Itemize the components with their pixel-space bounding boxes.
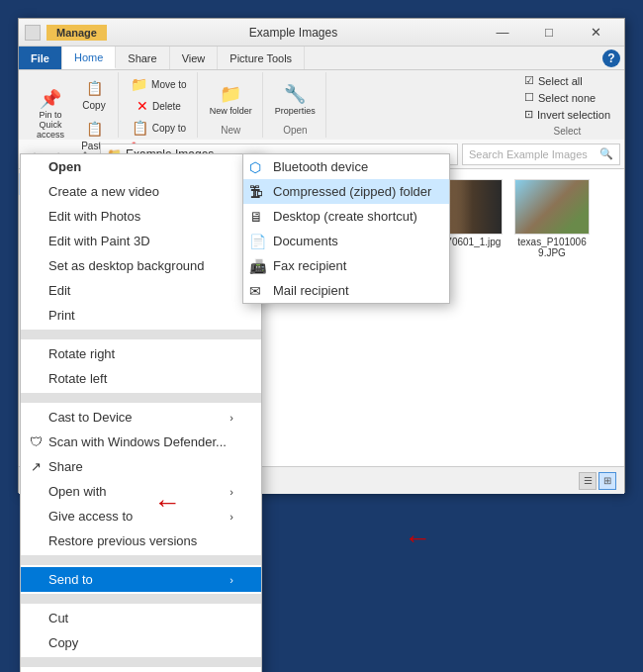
- delete-icon: ✕: [137, 98, 148, 114]
- menu-restore[interactable]: Restore previous versions: [21, 528, 261, 553]
- context-menu: Open Create a new video Edit with Photos…: [20, 153, 262, 672]
- clipboard-group: 📌 Pin to Quick access 📋 Copy 📋 Paste Cli…: [21, 72, 119, 138]
- submenu-fax[interactable]: 📠 Fax recipient: [243, 253, 449, 278]
- title-controls: — □ ✕: [480, 19, 618, 47]
- menu-open-with[interactable]: Open with›: [21, 479, 261, 504]
- mail-icon: ✉: [249, 283, 261, 299]
- red-arrow-send-to: ←: [153, 487, 181, 519]
- select-none-label: Select none: [538, 92, 596, 104]
- search-bar[interactable]: Search Example Images 🔍: [462, 144, 620, 165]
- copy-button[interactable]: 📋 Copy: [76, 74, 112, 113]
- tab-file[interactable]: File: [19, 47, 62, 69]
- close-button[interactable]: ✕: [573, 19, 618, 47]
- menu-rotate-right[interactable]: Rotate right: [21, 341, 261, 366]
- select-all-button[interactable]: ☑ Select all: [520, 73, 614, 88]
- submenu-desktop[interactable]: 🖥 Desktop (create shortcut): [243, 204, 449, 229]
- move-to-icon: 📁: [131, 76, 147, 92]
- open-label: Open: [283, 125, 307, 136]
- submenu-zip[interactable]: 🗜 Compressed (zipped) folder: [243, 179, 449, 204]
- cast-arrow: ›: [230, 412, 233, 424]
- open-with-arrow: ›: [230, 486, 233, 498]
- red-arrow-zip: ←: [404, 523, 431, 554]
- properties-button[interactable]: 🔧 Properties: [271, 80, 320, 118]
- menu-create-video[interactable]: Create a new video: [21, 179, 261, 204]
- new-folder-button[interactable]: 📁 New folder: [206, 80, 256, 118]
- tab-view[interactable]: View: [170, 47, 219, 69]
- window-title: Example Images: [107, 26, 480, 40]
- send-to-arrow: ›: [230, 574, 233, 586]
- file-name-5: texas_P1010069.JPG: [515, 237, 589, 258]
- maximize-button[interactable]: □: [526, 19, 572, 47]
- help-button[interactable]: ?: [602, 49, 620, 67]
- zip-icon: 🗜: [249, 184, 263, 200]
- give-access-arrow: ›: [230, 511, 233, 523]
- menu-print[interactable]: Print: [21, 303, 261, 328]
- menu-separator-3: [21, 555, 261, 565]
- share-icon: ↗: [27, 458, 45, 476]
- select-none-button[interactable]: ☐ Select none: [520, 90, 614, 105]
- open-buttons: 🔧 Properties: [271, 74, 320, 123]
- menu-separator-2: [21, 393, 261, 403]
- menu-open[interactable]: Open: [21, 154, 261, 179]
- menu-give-access[interactable]: Give access to›: [21, 504, 261, 528]
- select-all-label: Select all: [538, 75, 583, 87]
- tab-share[interactable]: Share: [116, 47, 169, 69]
- open-group: 🔧 Properties Open: [265, 72, 326, 138]
- select-all-icon: ☑: [524, 74, 534, 87]
- select-label: Select: [520, 126, 614, 137]
- menu-edit-photos[interactable]: Edit with Photos: [21, 204, 261, 229]
- scan-icon: 🛡: [27, 433, 45, 451]
- menu-scan[interactable]: 🛡 Scan with Windows Defender...: [21, 430, 261, 454]
- select-none-icon: ☐: [524, 91, 534, 104]
- tab-picture-tools[interactable]: Picture Tools: [218, 47, 305, 69]
- submenu-bluetooth[interactable]: ⬡ Bluetooth device: [243, 154, 449, 179]
- file-thumb-5: [514, 179, 590, 235]
- new-group: 📁 New folder New: [200, 72, 263, 138]
- fax-icon: 📠: [249, 258, 266, 274]
- file-item-5[interactable]: texas_P1010069.JPG: [511, 175, 593, 262]
- ribbon-tabs: File Home Share View Picture Tools ?: [19, 47, 624, 70]
- menu-separator-4: [21, 594, 261, 604]
- clipboard-buttons: 📌 Pin to Quick access 📋 Copy 📋 Paste: [27, 74, 112, 153]
- tab-home[interactable]: Home: [62, 47, 116, 69]
- bluetooth-icon: ⬡: [249, 159, 261, 175]
- copy-icon: 📋: [82, 76, 106, 100]
- new-label: New: [221, 125, 240, 136]
- delete-button[interactable]: ✕ Delete: [133, 96, 185, 116]
- menu-edit[interactable]: Edit: [21, 278, 261, 303]
- copy-to-button[interactable]: 📋 Copy to: [128, 118, 190, 138]
- menu-cast[interactable]: Cast to Device›: [21, 405, 261, 430]
- menu-separator-5: [21, 657, 261, 667]
- search-icon: 🔍: [599, 147, 613, 160]
- copy-to-icon: 📋: [132, 120, 148, 136]
- window-icon: [25, 25, 41, 41]
- send-to-submenu: ⬡ Bluetooth device 🗜 Compressed (zipped)…: [242, 153, 450, 304]
- view-list-button[interactable]: ☰: [579, 472, 597, 490]
- paste-icon: 📋: [82, 117, 106, 141]
- submenu-mail[interactable]: ✉ Mail recipient: [243, 278, 449, 303]
- properties-icon: 🔧: [283, 82, 307, 106]
- organize-group: 📁 Move to ✕ Delete 📋 Copy to ✏️ Rename O…: [121, 72, 198, 138]
- submenu-documents[interactable]: 📄 Documents: [243, 229, 449, 253]
- menu-send-to[interactable]: Send to ›: [21, 567, 261, 592]
- select-group: ☑ Select all ☐ Select none ⊡ Invert sele…: [512, 72, 622, 138]
- menu-share[interactable]: ↗ Share: [21, 454, 261, 479]
- manage-tab[interactable]: Manage: [46, 25, 107, 41]
- invert-icon: ⊡: [524, 108, 533, 121]
- view-buttons: ☰ ⊞: [579, 472, 616, 490]
- pin-icon: 📌: [39, 87, 62, 111]
- title-bar: Manage Example Images — □ ✕: [19, 19, 624, 47]
- menu-rotate-left[interactable]: Rotate left: [21, 366, 261, 391]
- new-buttons: 📁 New folder: [206, 74, 256, 123]
- view-grid-button[interactable]: ⊞: [598, 472, 616, 490]
- menu-edit-paint3d[interactable]: Edit with Paint 3D: [21, 229, 261, 253]
- move-to-button[interactable]: 📁 Move to: [127, 74, 191, 94]
- ribbon-content: 📌 Pin to Quick access 📋 Copy 📋 Paste Cli…: [19, 70, 624, 140]
- invert-selection-button[interactable]: ⊡ Invert selection: [520, 107, 614, 122]
- search-placeholder: Search Example Images: [469, 148, 588, 160]
- pin-button[interactable]: 📌 Pin to Quick access: [27, 85, 74, 143]
- menu-copy[interactable]: Copy: [21, 630, 261, 655]
- menu-set-desktop[interactable]: Set as desktop background: [21, 253, 261, 278]
- menu-cut[interactable]: Cut: [21, 606, 261, 630]
- minimize-button[interactable]: —: [480, 19, 525, 47]
